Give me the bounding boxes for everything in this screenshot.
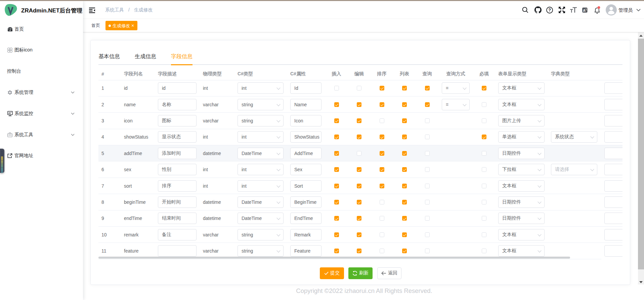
svg-text:?: ? (548, 8, 551, 12)
svg-text:文: 文 (585, 8, 587, 10)
